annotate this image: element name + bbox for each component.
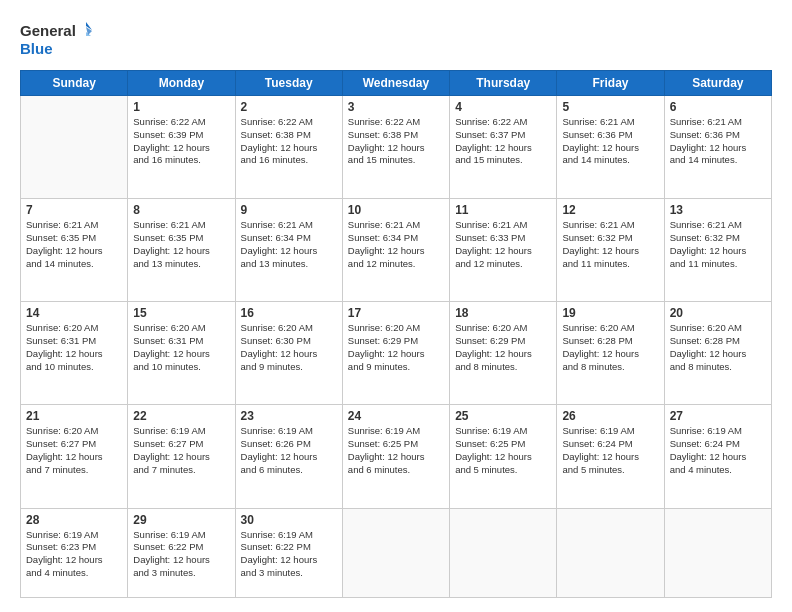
table-row: 10Sunrise: 6:21 AM Sunset: 6:34 PM Dayli… bbox=[342, 199, 449, 302]
day-number: 28 bbox=[26, 513, 122, 527]
day-info: Sunrise: 6:21 AM Sunset: 6:36 PM Dayligh… bbox=[562, 116, 658, 167]
day-info: Sunrise: 6:20 AM Sunset: 6:30 PM Dayligh… bbox=[241, 322, 337, 373]
day-number: 7 bbox=[26, 203, 122, 217]
day-info: Sunrise: 6:20 AM Sunset: 6:31 PM Dayligh… bbox=[133, 322, 229, 373]
table-row: 16Sunrise: 6:20 AM Sunset: 6:30 PM Dayli… bbox=[235, 302, 342, 405]
day-info: Sunrise: 6:22 AM Sunset: 6:39 PM Dayligh… bbox=[133, 116, 229, 167]
day-number: 20 bbox=[670, 306, 766, 320]
table-row: 23Sunrise: 6:19 AM Sunset: 6:26 PM Dayli… bbox=[235, 405, 342, 508]
table-row: 2Sunrise: 6:22 AM Sunset: 6:38 PM Daylig… bbox=[235, 96, 342, 199]
col-thursday: Thursday bbox=[450, 71, 557, 96]
table-row: 14Sunrise: 6:20 AM Sunset: 6:31 PM Dayli… bbox=[21, 302, 128, 405]
table-row: 11Sunrise: 6:21 AM Sunset: 6:33 PM Dayli… bbox=[450, 199, 557, 302]
table-row: 30Sunrise: 6:19 AM Sunset: 6:22 PM Dayli… bbox=[235, 508, 342, 597]
day-number: 17 bbox=[348, 306, 444, 320]
col-monday: Monday bbox=[128, 71, 235, 96]
table-row: 17Sunrise: 6:20 AM Sunset: 6:29 PM Dayli… bbox=[342, 302, 449, 405]
table-row: 12Sunrise: 6:21 AM Sunset: 6:32 PM Dayli… bbox=[557, 199, 664, 302]
day-info: Sunrise: 6:22 AM Sunset: 6:38 PM Dayligh… bbox=[348, 116, 444, 167]
day-info: Sunrise: 6:19 AM Sunset: 6:26 PM Dayligh… bbox=[241, 425, 337, 476]
table-row: 27Sunrise: 6:19 AM Sunset: 6:24 PM Dayli… bbox=[664, 405, 771, 508]
table-row bbox=[664, 508, 771, 597]
table-row: 1Sunrise: 6:22 AM Sunset: 6:39 PM Daylig… bbox=[128, 96, 235, 199]
day-info: Sunrise: 6:19 AM Sunset: 6:27 PM Dayligh… bbox=[133, 425, 229, 476]
day-info: Sunrise: 6:21 AM Sunset: 6:34 PM Dayligh… bbox=[241, 219, 337, 270]
day-info: Sunrise: 6:19 AM Sunset: 6:25 PM Dayligh… bbox=[455, 425, 551, 476]
table-row bbox=[450, 508, 557, 597]
day-info: Sunrise: 6:20 AM Sunset: 6:29 PM Dayligh… bbox=[348, 322, 444, 373]
calendar-header-row: Sunday Monday Tuesday Wednesday Thursday… bbox=[21, 71, 772, 96]
day-number: 5 bbox=[562, 100, 658, 114]
day-number: 24 bbox=[348, 409, 444, 423]
table-row: 6Sunrise: 6:21 AM Sunset: 6:36 PM Daylig… bbox=[664, 96, 771, 199]
day-info: Sunrise: 6:19 AM Sunset: 6:24 PM Dayligh… bbox=[562, 425, 658, 476]
day-number: 27 bbox=[670, 409, 766, 423]
day-number: 12 bbox=[562, 203, 658, 217]
day-info: Sunrise: 6:21 AM Sunset: 6:34 PM Dayligh… bbox=[348, 219, 444, 270]
day-info: Sunrise: 6:20 AM Sunset: 6:28 PM Dayligh… bbox=[670, 322, 766, 373]
header: General Blue bbox=[20, 18, 772, 62]
table-row bbox=[21, 96, 128, 199]
day-number: 26 bbox=[562, 409, 658, 423]
day-info: Sunrise: 6:21 AM Sunset: 6:32 PM Dayligh… bbox=[670, 219, 766, 270]
col-saturday: Saturday bbox=[664, 71, 771, 96]
day-number: 21 bbox=[26, 409, 122, 423]
day-info: Sunrise: 6:20 AM Sunset: 6:31 PM Dayligh… bbox=[26, 322, 122, 373]
day-number: 4 bbox=[455, 100, 551, 114]
table-row: 20Sunrise: 6:20 AM Sunset: 6:28 PM Dayli… bbox=[664, 302, 771, 405]
day-number: 13 bbox=[670, 203, 766, 217]
table-row: 28Sunrise: 6:19 AM Sunset: 6:23 PM Dayli… bbox=[21, 508, 128, 597]
day-info: Sunrise: 6:19 AM Sunset: 6:22 PM Dayligh… bbox=[133, 529, 229, 580]
day-info: Sunrise: 6:22 AM Sunset: 6:37 PM Dayligh… bbox=[455, 116, 551, 167]
day-info: Sunrise: 6:20 AM Sunset: 6:28 PM Dayligh… bbox=[562, 322, 658, 373]
day-number: 11 bbox=[455, 203, 551, 217]
day-info: Sunrise: 6:19 AM Sunset: 6:25 PM Dayligh… bbox=[348, 425, 444, 476]
table-row bbox=[557, 508, 664, 597]
day-number: 3 bbox=[348, 100, 444, 114]
table-row: 15Sunrise: 6:20 AM Sunset: 6:31 PM Dayli… bbox=[128, 302, 235, 405]
table-row: 9Sunrise: 6:21 AM Sunset: 6:34 PM Daylig… bbox=[235, 199, 342, 302]
day-number: 22 bbox=[133, 409, 229, 423]
table-row: 3Sunrise: 6:22 AM Sunset: 6:38 PM Daylig… bbox=[342, 96, 449, 199]
col-sunday: Sunday bbox=[21, 71, 128, 96]
day-number: 9 bbox=[241, 203, 337, 217]
table-row: 4Sunrise: 6:22 AM Sunset: 6:37 PM Daylig… bbox=[450, 96, 557, 199]
col-wednesday: Wednesday bbox=[342, 71, 449, 96]
day-number: 25 bbox=[455, 409, 551, 423]
day-info: Sunrise: 6:20 AM Sunset: 6:27 PM Dayligh… bbox=[26, 425, 122, 476]
day-info: Sunrise: 6:21 AM Sunset: 6:35 PM Dayligh… bbox=[26, 219, 122, 270]
table-row: 22Sunrise: 6:19 AM Sunset: 6:27 PM Dayli… bbox=[128, 405, 235, 508]
day-info: Sunrise: 6:19 AM Sunset: 6:23 PM Dayligh… bbox=[26, 529, 122, 580]
table-row: 24Sunrise: 6:19 AM Sunset: 6:25 PM Dayli… bbox=[342, 405, 449, 508]
day-info: Sunrise: 6:22 AM Sunset: 6:38 PM Dayligh… bbox=[241, 116, 337, 167]
table-row: 18Sunrise: 6:20 AM Sunset: 6:29 PM Dayli… bbox=[450, 302, 557, 405]
logo-svg: General Blue bbox=[20, 18, 92, 62]
svg-text:Blue: Blue bbox=[20, 40, 53, 57]
day-info: Sunrise: 6:21 AM Sunset: 6:33 PM Dayligh… bbox=[455, 219, 551, 270]
day-number: 16 bbox=[241, 306, 337, 320]
day-info: Sunrise: 6:21 AM Sunset: 6:36 PM Dayligh… bbox=[670, 116, 766, 167]
col-tuesday: Tuesday bbox=[235, 71, 342, 96]
day-number: 10 bbox=[348, 203, 444, 217]
day-number: 15 bbox=[133, 306, 229, 320]
table-row: 19Sunrise: 6:20 AM Sunset: 6:28 PM Dayli… bbox=[557, 302, 664, 405]
table-row: 13Sunrise: 6:21 AM Sunset: 6:32 PM Dayli… bbox=[664, 199, 771, 302]
table-row: 8Sunrise: 6:21 AM Sunset: 6:35 PM Daylig… bbox=[128, 199, 235, 302]
day-number: 2 bbox=[241, 100, 337, 114]
day-number: 14 bbox=[26, 306, 122, 320]
day-info: Sunrise: 6:20 AM Sunset: 6:29 PM Dayligh… bbox=[455, 322, 551, 373]
calendar-table: Sunday Monday Tuesday Wednesday Thursday… bbox=[20, 70, 772, 598]
table-row: 25Sunrise: 6:19 AM Sunset: 6:25 PM Dayli… bbox=[450, 405, 557, 508]
table-row: 7Sunrise: 6:21 AM Sunset: 6:35 PM Daylig… bbox=[21, 199, 128, 302]
table-row: 21Sunrise: 6:20 AM Sunset: 6:27 PM Dayli… bbox=[21, 405, 128, 508]
svg-text:General: General bbox=[20, 22, 76, 39]
day-number: 30 bbox=[241, 513, 337, 527]
day-number: 6 bbox=[670, 100, 766, 114]
day-number: 18 bbox=[455, 306, 551, 320]
table-row: 29Sunrise: 6:19 AM Sunset: 6:22 PM Dayli… bbox=[128, 508, 235, 597]
col-friday: Friday bbox=[557, 71, 664, 96]
table-row bbox=[342, 508, 449, 597]
day-number: 23 bbox=[241, 409, 337, 423]
day-info: Sunrise: 6:19 AM Sunset: 6:24 PM Dayligh… bbox=[670, 425, 766, 476]
day-number: 8 bbox=[133, 203, 229, 217]
